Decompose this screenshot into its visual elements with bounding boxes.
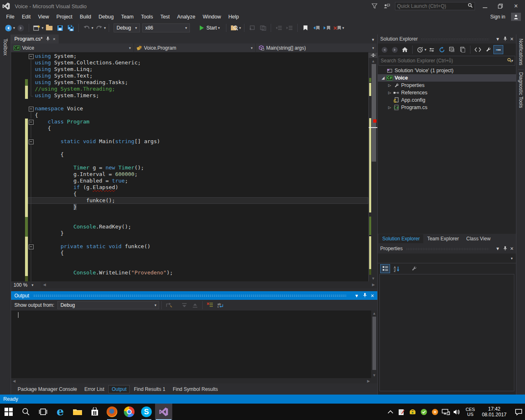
document-list-dropdown-icon[interactable]: ▼	[371, 38, 375, 42]
tree-expander-icon[interactable]: ▷	[387, 83, 393, 87]
menu-project[interactable]: Project	[53, 13, 76, 21]
code-line[interactable]: //using System.Threading;	[11, 86, 368, 92]
menu-tools[interactable]: Tools	[137, 13, 157, 21]
previous-bookmark-icon[interactable]	[311, 23, 321, 33]
diagnostic-tools-tab[interactable]: Diagnostic Tools	[518, 69, 524, 110]
code-editor[interactable]: using System;using System.Collections.Ge…	[11, 52, 377, 281]
action-center-icon[interactable]	[514, 407, 523, 417]
code-line[interactable]: using System.Text;	[11, 73, 368, 79]
panel-tab-solution-explorer[interactable]: Solution Explorer	[379, 234, 423, 243]
code-line[interactable]: }	[11, 230, 368, 237]
menu-window[interactable]: Window	[199, 13, 224, 21]
pin-icon[interactable]	[503, 246, 507, 251]
tree-expander-icon[interactable]: ▷	[387, 105, 393, 110]
restore-button[interactable]	[495, 2, 506, 11]
window-position-dropdown[interactable]: ▼	[495, 246, 500, 251]
menu-team[interactable]: Team	[117, 13, 137, 21]
editor-zoom-dropdown[interactable]: 100 %▾	[11, 281, 41, 288]
code-line[interactable]	[11, 217, 368, 224]
navigate-backward-icon[interactable]	[3, 23, 13, 33]
tree-item-references[interactable]: ▷References	[378, 89, 516, 96]
menu-help[interactable]: Help	[225, 13, 243, 21]
code-line[interactable]: using System.Timers;	[11, 92, 368, 99]
code-line[interactable]: {	[11, 191, 368, 197]
code-line[interactable]	[11, 210, 368, 217]
bottom-tab-output[interactable]: Output	[108, 385, 130, 393]
outlining-collapse-box[interactable]	[28, 119, 35, 125]
solution-explorer-title-bar[interactable]: Solution Explorer ▼ ×	[378, 34, 516, 43]
menu-build[interactable]: Build	[76, 13, 95, 21]
solution-configuration-combo[interactable]: Debug▾	[114, 23, 140, 32]
menu-debug[interactable]: Debug	[95, 13, 117, 21]
close-tab-icon[interactable]: ×	[53, 37, 55, 41]
toggle-word-wrap-icon[interactable]: abc	[215, 301, 226, 309]
code-line[interactable]: g.Interval = 600000;	[11, 171, 368, 178]
outlining-collapse-box[interactable]	[28, 243, 35, 250]
bookmark-toolbar-overflow[interactable]: ▾	[342, 26, 345, 30]
se-filter-dropdown[interactable]: ▾	[425, 48, 427, 52]
scroll-left-arrow[interactable]: ◀	[13, 379, 16, 383]
menu-test[interactable]: Test	[157, 13, 173, 21]
chrome-icon[interactable]	[121, 404, 138, 420]
bottom-tab-package-manager-console[interactable]: Package Manager Console	[14, 385, 80, 393]
next-message-icon[interactable]	[189, 301, 200, 309]
outlining-collapse-box[interactable]	[28, 53, 35, 59]
tray-phone-icon[interactable]	[409, 407, 417, 417]
se-refresh-icon[interactable]	[437, 45, 447, 54]
se-pending-changes-filter-icon[interactable]	[415, 45, 425, 54]
minimize-button[interactable]	[479, 2, 491, 11]
pane-splitter[interactable]	[11, 288, 377, 291]
undo-icon[interactable]	[82, 23, 91, 33]
tray-expand-chevron[interactable]	[386, 407, 395, 417]
navigate-forward-icon[interactable]	[16, 23, 26, 33]
output-vertical-scrollbar[interactable]: ▲ ▼	[371, 310, 377, 378]
code-line[interactable]: private static void funkce()	[11, 243, 368, 250]
tray-volume-icon[interactable]	[453, 407, 461, 417]
tree-item-properties[interactable]: ▷Properties	[378, 82, 516, 89]
scroll-left-arrow[interactable]: ◀	[43, 283, 46, 287]
code-line[interactable]: using System.Collections.Generic;	[11, 59, 368, 66]
quick-launch-box[interactable]	[395, 2, 475, 10]
output-pin-icon[interactable]	[363, 293, 367, 298]
outlining-collapse-box[interactable]	[28, 138, 35, 145]
code-line[interactable]	[11, 132, 368, 138]
search-icon[interactable]	[468, 3, 473, 9]
output-close-icon[interactable]: ×	[371, 292, 374, 299]
search-options-dropdown[interactable]: ▾	[511, 59, 513, 63]
tree-item-program-cs[interactable]: ▷C#Program.cs	[378, 104, 516, 111]
code-line[interactable]: class Program	[11, 119, 368, 125]
comment-out-icon[interactable]	[247, 23, 257, 33]
save-icon[interactable]	[55, 23, 65, 33]
code-line[interactable]: Timer g = new Timer();	[11, 164, 368, 171]
property-pages-icon[interactable]	[409, 264, 419, 273]
code-line[interactable]	[11, 256, 368, 263]
code-line[interactable]: {	[11, 250, 368, 256]
toolbar-overflow-chevron[interactable]: ▾	[239, 26, 241, 30]
sign-in-link[interactable]: Sign in	[490, 14, 505, 20]
clear-bookmarks-icon[interactable]	[333, 23, 342, 33]
bottom-tab-find-symbol-results[interactable]: Find Symbol Results	[169, 385, 221, 393]
tray-onenote-icon[interactable]	[397, 407, 406, 417]
scrollbar-thumb[interactable]	[372, 317, 376, 370]
tree-expander-icon[interactable]: ▷	[387, 91, 393, 95]
menu-edit[interactable]: Edit	[18, 13, 34, 21]
tree-expander-icon[interactable]: ◢	[380, 76, 386, 80]
scroll-right-arrow[interactable]: ▶	[367, 379, 370, 383]
output-horizontal-scrollbar[interactable]: ◀ ▶	[11, 378, 377, 383]
language-indicator[interactable]: CES US	[464, 407, 477, 417]
find-message-in-code-icon[interactable]	[164, 301, 174, 309]
output-source-combo[interactable]: Debug▾	[57, 301, 159, 309]
nav-member-dropdown[interactable]: Main(string[] args) ▾	[256, 43, 377, 52]
tray-messenger-icon[interactable]	[420, 407, 428, 417]
editor-vertical-scrollbar[interactable]: ▲ ▼	[368, 52, 377, 281]
code-line[interactable]	[11, 237, 368, 243]
feedback-filter-icon[interactable]	[370, 2, 379, 10]
code-line[interactable]: using System.Linq;	[11, 66, 368, 73]
tray-network-icon[interactable]	[442, 407, 450, 417]
properties-object-dropdown[interactable]: ▾	[378, 253, 516, 263]
tree-item-voice[interactable]: ◢C#Voice	[378, 74, 516, 82]
start-button[interactable]	[0, 404, 17, 420]
close-button[interactable]: ×	[510, 2, 522, 11]
task-view-button[interactable]	[34, 404, 52, 420]
code-line[interactable]	[11, 263, 368, 269]
